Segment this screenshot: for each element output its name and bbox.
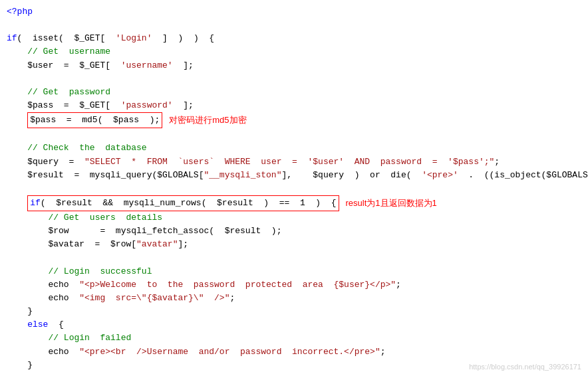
line-else: else { — [7, 318, 581, 331]
watermark: https://blog.csdn.net/qq_39926171 — [469, 361, 581, 373]
line-blank-1 — [7, 19, 581, 32]
line-comment-password: // Get password — [7, 86, 581, 99]
line-pass-assign: $pass = $_GET[ 'password' ]; — [7, 99, 581, 112]
line-comment-db: // Check the database — [7, 142, 581, 155]
line-result-assign: $result = mysqli_query($GLOBALS["__mysql… — [7, 169, 581, 182]
line-query-assign: $query = "SELECT * FROM `users` WHERE us… — [7, 155, 581, 169]
line-blank-6 — [7, 372, 581, 378]
line-blank-3 — [7, 128, 581, 142]
line-php-open: <?php — [7, 5, 581, 19]
line-comment-login-fail: // Login failed — [7, 331, 581, 345]
line-avatar-assign: $avatar = $row["avatar"]; — [7, 238, 581, 251]
code-editor: <?php if( isset( $_GET[ 'Login' ] ) ) { … — [0, 0, 588, 378]
line-comment-username: // Get username — [7, 45, 581, 58]
line-pass-md5: $pass = md5( $pass ); 对密码进行md5加密 — [7, 112, 581, 128]
line-blank-2 — [7, 72, 581, 86]
line-close-inner: } — [7, 305, 581, 318]
line-echo-fail: echo "<pre><br />Username and/or passwor… — [7, 345, 581, 359]
line-blank-5 — [7, 252, 581, 265]
line-row-assign: $row = mysqli_fetch_assoc( $result ); — [7, 225, 581, 238]
line-if-isset: if( isset( $_GET[ 'Login' ] ) ) { — [7, 32, 581, 45]
annotation-result: result为1且返回数据为1 — [346, 197, 437, 210]
line-if-result: if( $result && mysqli_num_rows( $result … — [7, 195, 581, 211]
line-echo-welcome: echo "<p>Welcome to the password protect… — [7, 278, 581, 292]
line-blank-4 — [7, 182, 581, 195]
annotation-md5: 对密码进行md5加密 — [169, 114, 246, 127]
line-comment-login-ok: // Login successful — [7, 265, 581, 278]
line-user-assign: $user = $_GET[ 'username' ]; — [7, 59, 581, 72]
line-comment-users: // Get users details — [7, 211, 581, 225]
line-echo-img: echo "<img src=\"{$avatar}\" />"; — [7, 292, 581, 305]
